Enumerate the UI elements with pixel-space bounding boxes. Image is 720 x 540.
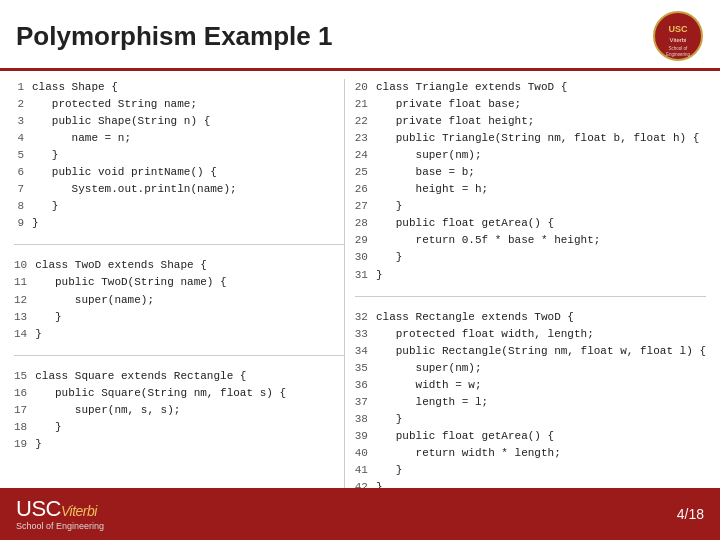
table-row: 8 } [14,198,237,215]
line-number: 4 [14,130,32,147]
line-code: class Shape { [32,79,237,96]
line-number: 12 [14,292,35,309]
line-number: 18 [14,419,35,436]
line-code: public void printName() { [32,164,237,181]
footer-usc-viterbi: USCViterbi [16,498,97,520]
table-row: 34 public Rectangle(String nm, float w, … [355,343,706,360]
table-row: 35 super(nm); [355,360,706,377]
code-block-1: 1class Shape {2 protected String name;3 … [14,79,344,232]
line-number: 10 [14,257,35,274]
line-number: 6 [14,164,32,181]
line-number: 22 [355,113,376,130]
line-number: 13 [14,309,35,326]
line-code: } [376,198,699,215]
line-number: 33 [355,326,376,343]
line-code: super(nm, s, s); [35,402,286,419]
line-number: 5 [14,147,32,164]
line-code: private float height; [376,113,699,130]
table-row: 7 System.out.println(name); [14,181,237,198]
table-row: 14} [14,326,227,343]
page-indicator: 4/18 [677,506,704,522]
line-number: 8 [14,198,32,215]
line-code: } [32,198,237,215]
line-code: } [32,215,237,232]
page: Polymorphism Example 1 USC Viterbi Schoo… [0,0,720,540]
line-code: private float base; [376,96,699,113]
svg-text:School of: School of [669,46,689,51]
line-number: 19 [14,436,35,453]
line-number: 32 [355,309,376,326]
table-row: 30 } [355,249,700,266]
table-row: 2 protected String name; [14,96,237,113]
table-row: 23 public Triangle(String nm, float b, f… [355,130,700,147]
line-code: public Triangle(String nm, float b, floa… [376,130,699,147]
line-number: 28 [355,215,376,232]
svg-text:USC: USC [668,24,688,34]
line-code: height = h; [376,181,699,198]
table-row: 38 } [355,411,706,428]
line-code: length = l; [376,394,706,411]
line-number: 35 [355,360,376,377]
code-block-4: 20class Triangle extends TwoD {21 privat… [355,79,706,284]
line-code: public Shape(String n) { [32,113,237,130]
line-code: } [35,326,226,343]
line-number: 29 [355,232,376,249]
table-row: 24 super(nm); [355,147,700,164]
line-code: class Rectangle extends TwoD { [376,309,706,326]
line-code: super(nm); [376,147,699,164]
line-number: 31 [355,267,376,284]
code-block-2: 10class TwoD extends Shape {11 public Tw… [14,257,344,342]
line-number: 3 [14,113,32,130]
table-row: 27 } [355,198,700,215]
table-row: 33 protected float width, length; [355,326,706,343]
line-code: class TwoD extends Shape { [35,257,226,274]
line-code: return width * length; [376,445,706,462]
table-row: 4 name = n; [14,130,237,147]
line-code: protected float width, length; [376,326,706,343]
table-row: 22 private float height; [355,113,700,130]
table-row: 26 height = h; [355,181,700,198]
table-row: 1class Shape { [14,79,237,96]
line-code: base = b; [376,164,699,181]
table-row: 17 super(nm, s, s); [14,402,286,419]
divider-3 [355,296,706,297]
line-code: super(name); [35,292,226,309]
table-row: 25 base = b; [355,164,700,181]
line-code: public TwoD(String name) { [35,274,226,291]
divider-1 [14,244,344,245]
line-number: 38 [355,411,376,428]
table-row: 21 private float base; [355,96,700,113]
line-number: 24 [355,147,376,164]
line-number: 34 [355,343,376,360]
line-number: 25 [355,164,376,181]
line-number: 7 [14,181,32,198]
table-row: 42} [355,479,706,488]
code-block-3: 15class Square extends Rectangle {16 pub… [14,368,344,453]
table-row: 10class TwoD extends Shape { [14,257,227,274]
line-number: 11 [14,274,35,291]
code-block-5: 32class Rectangle extends TwoD {33 prote… [355,309,706,488]
line-number: 39 [355,428,376,445]
footer: USCViterbi School of Engineering 4/18 [0,488,720,540]
line-code: public Square(String nm, float s) { [35,385,286,402]
line-number: 23 [355,130,376,147]
left-column: 1class Shape {2 protected String name;3 … [14,79,344,488]
table-row: 9} [14,215,237,232]
divider-2 [14,355,344,356]
header: Polymorphism Example 1 USC Viterbi Schoo… [0,0,720,71]
line-code: public float getArea() { [376,428,706,445]
code-sections: 1class Shape {2 protected String name;3 … [14,79,706,488]
line-number: 41 [355,462,376,479]
right-column: 20class Triangle extends TwoD {21 privat… [344,79,706,488]
line-code: } [376,462,706,479]
table-row: 28 public float getArea() { [355,215,700,232]
svg-text:Viterbi: Viterbi [670,37,687,43]
table-row: 41 } [355,462,706,479]
table-row: 11 public TwoD(String name) { [14,274,227,291]
line-code: public Rectangle(String nm, float w, flo… [376,343,706,360]
table-row: 18 } [14,419,286,436]
table-row: 20class Triangle extends TwoD { [355,79,700,96]
page-title: Polymorphism Example 1 [16,21,332,52]
line-number: 27 [355,198,376,215]
line-code: } [376,267,699,284]
